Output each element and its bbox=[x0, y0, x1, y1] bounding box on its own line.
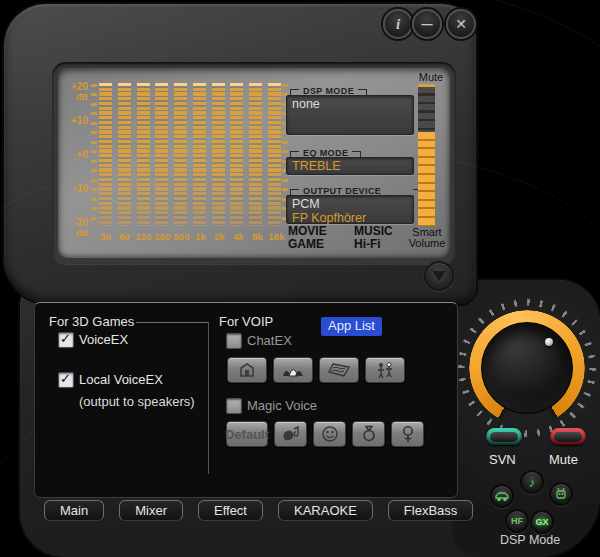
dsp-mode-music-button[interactable]: ♪ bbox=[520, 470, 544, 494]
chevron-down-icon bbox=[432, 271, 446, 282]
close-button[interactable]: ✕ bbox=[446, 9, 476, 39]
eq-freq-tick: 2k bbox=[210, 231, 229, 242]
mode-grid: MOVIE MUSIC GAME Hi-Fi bbox=[288, 225, 414, 251]
info-icon: i bbox=[396, 16, 400, 33]
dsp-mode-hifi-button[interactable]: HF bbox=[505, 509, 529, 533]
eq-mode-value: TREBLE bbox=[286, 157, 414, 175]
divider-horizontal bbox=[136, 322, 208, 323]
room-icon bbox=[238, 361, 256, 379]
eq-db-tick: +20dB bbox=[71, 82, 88, 102]
close-icon: ✕ bbox=[455, 16, 467, 32]
eq-bar bbox=[193, 83, 206, 226]
collapse-button[interactable] bbox=[424, 261, 454, 291]
eq-bar bbox=[268, 83, 281, 226]
mute-button-label: Mute bbox=[549, 452, 578, 467]
info-button[interactable]: i bbox=[383, 9, 413, 39]
eq-bar bbox=[249, 83, 262, 226]
dsp-mode-game-button[interactable] bbox=[490, 484, 514, 508]
cartoon-face-icon bbox=[321, 425, 339, 443]
robot-icon bbox=[554, 487, 568, 501]
tab-mixer[interactable]: Mixer bbox=[119, 500, 183, 521]
chatex-checkbox[interactable] bbox=[226, 333, 242, 349]
games-section-title: For 3D Games bbox=[49, 314, 134, 329]
volume-knob[interactable] bbox=[481, 322, 573, 414]
divider-vertical bbox=[208, 322, 209, 474]
eq-bar bbox=[118, 83, 131, 226]
eq-bar bbox=[99, 83, 112, 226]
local-voiceex-note: (output to speakers) bbox=[79, 394, 195, 409]
chatex-hall-button[interactable] bbox=[319, 357, 359, 383]
hall-icon bbox=[328, 362, 350, 378]
eq-db-tick: -20dB bbox=[74, 218, 88, 238]
eq-freq-tick: 30 bbox=[96, 231, 115, 242]
knob-indicator-dot bbox=[545, 338, 553, 346]
eq-freq-tick: 16k bbox=[267, 231, 286, 242]
game-label: GAME bbox=[288, 238, 348, 251]
audio-center-window: ASUS i — ✕ +20dB+10+0-10-20dB 3060120250… bbox=[0, 0, 600, 557]
eq-bar bbox=[137, 83, 150, 226]
buggy-icon bbox=[494, 490, 510, 502]
eq-freq-tick: 120 bbox=[134, 231, 153, 242]
eq-bar bbox=[155, 83, 168, 226]
mute-meter-label: Mute bbox=[410, 71, 452, 83]
tab-effect[interactable]: Effect bbox=[198, 500, 263, 521]
minimize-button[interactable]: — bbox=[412, 9, 442, 39]
tab-flexbass[interactable]: FlexBass bbox=[388, 500, 473, 521]
chatex-buttons bbox=[227, 357, 405, 383]
smart-volume-label: Smart Volume bbox=[400, 227, 454, 249]
magic-voice-male-button[interactable] bbox=[352, 421, 385, 447]
volume-unlit-segments bbox=[418, 87, 435, 132]
magic-voice-label: Magic Voice bbox=[247, 398, 317, 413]
eq-freq-tick: 250 bbox=[153, 231, 172, 242]
opera-house-icon bbox=[282, 362, 304, 378]
minimize-icon: — bbox=[422, 18, 433, 30]
dsp-mode-movie-button[interactable] bbox=[549, 482, 573, 506]
chatex-label: ChatEX bbox=[247, 333, 292, 348]
dsp-mode-section-label: DSP Mode bbox=[500, 533, 560, 547]
dsp-mode-gx-button[interactable]: GX bbox=[530, 510, 554, 534]
chatex-room-button[interactable] bbox=[227, 357, 267, 383]
eq-freq-labels: 30601202505001k2k4k8k16k bbox=[96, 231, 286, 242]
eq-db-scale: +20dB+10+0-10-20dB bbox=[60, 82, 88, 247]
eq-bar bbox=[212, 83, 225, 226]
output-device-value: PCM FP Kopfhörer bbox=[286, 195, 414, 224]
volume-lit-segments bbox=[418, 132, 435, 226]
smart-volume-meter[interactable] bbox=[418, 84, 435, 226]
eq-freq-tick: 4k bbox=[229, 231, 248, 242]
music-note-icon: ♪ bbox=[529, 475, 536, 490]
effects-panel: For 3D Games VoiceEX Local VoiceEX (outp… bbox=[34, 302, 458, 498]
eq-db-tick: +0 bbox=[77, 150, 88, 160]
local-voiceex-checkbox[interactable] bbox=[58, 372, 74, 388]
eq-freq-tick: 500 bbox=[172, 231, 191, 242]
magic-voice-cartoon-button[interactable] bbox=[313, 421, 346, 447]
dsp-mode-value: none bbox=[286, 95, 414, 135]
svn-button[interactable] bbox=[486, 428, 522, 445]
magic-voice-monster-button[interactable] bbox=[274, 421, 307, 447]
local-voiceex-label: Local VoiceEX bbox=[79, 372, 163, 387]
eq-display: +20dB+10+0-10-20dB 30601202505001k2k4k8k… bbox=[58, 68, 450, 258]
eq-freq-tick: 8k bbox=[248, 231, 267, 242]
mute-button[interactable] bbox=[550, 428, 586, 445]
female-icon bbox=[399, 425, 417, 443]
tab-karaoke[interactable]: KARAOKE bbox=[278, 500, 373, 521]
eq-db-tick: -10 bbox=[74, 184, 88, 194]
tab-main[interactable]: Main bbox=[44, 500, 104, 521]
voiceex-label: VoiceEX bbox=[79, 332, 128, 347]
stage-icon bbox=[375, 361, 395, 379]
magic-voice-buttons: Default bbox=[226, 421, 424, 447]
eq-freq-tick: 1k bbox=[191, 231, 210, 242]
chatex-stage-button[interactable] bbox=[365, 357, 405, 383]
magic-voice-checkbox[interactable] bbox=[226, 398, 242, 414]
eq-freq-tick: 60 bbox=[115, 231, 134, 242]
magic-voice-female-button[interactable] bbox=[391, 421, 424, 447]
svn-button-label: SVN bbox=[489, 452, 516, 467]
voiceex-checkbox[interactable] bbox=[58, 332, 74, 348]
eq-db-tick: +10 bbox=[71, 116, 88, 126]
eq-bars bbox=[99, 83, 281, 226]
chatex-opera-house-button[interactable] bbox=[273, 357, 313, 383]
eq-bar bbox=[174, 83, 187, 226]
voip-section-title: For VOIP bbox=[219, 314, 273, 329]
eq-bar bbox=[230, 83, 243, 226]
magic-voice-default-button[interactable]: Default bbox=[226, 421, 268, 447]
app-list-button[interactable]: App List bbox=[321, 317, 382, 336]
